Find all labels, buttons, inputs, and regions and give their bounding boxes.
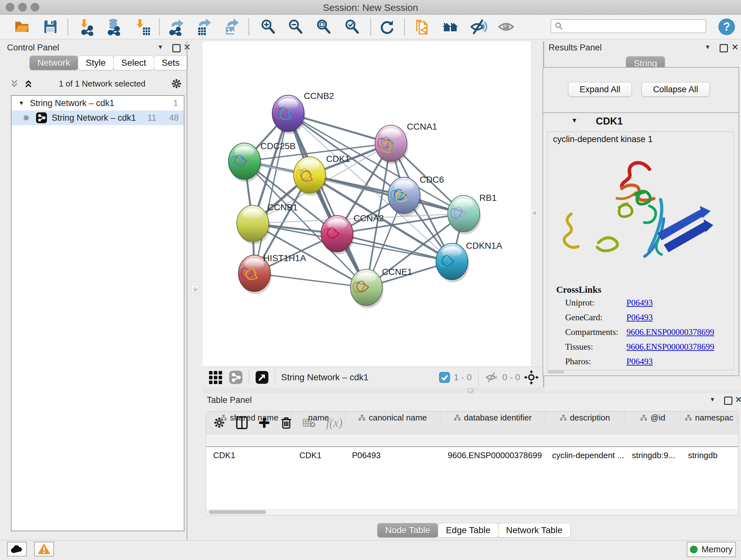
collapse-all-button[interactable]: Collapse All: [642, 82, 710, 97]
network-edge[interactable]: [254, 113, 288, 273]
network-collection-row[interactable]: ▼ String Network – cdk1 1: [11, 96, 184, 111]
tab-sets[interactable]: Sets: [154, 56, 188, 70]
zoom-out-button[interactable]: [286, 17, 305, 37]
share-document-button[interactable]: [413, 17, 431, 37]
network-node-ccnb2[interactable]: [272, 95, 306, 134]
selected-counts: 1 - 0: [454, 372, 472, 382]
zoom-in-button[interactable]: [259, 17, 277, 37]
table-cell[interactable]: P06493: [345, 449, 441, 462]
crosslink-uniprot-link[interactable]: P06493: [626, 298, 653, 308]
network-node-ccnb1[interactable]: [237, 205, 270, 244]
crosslink-tissues-link[interactable]: 9606.ENSP00000378699: [626, 342, 714, 352]
toolbar-search[interactable]: [550, 19, 706, 33]
hidden-counts: 0 - 0: [502, 372, 520, 382]
table-hscroll-thumb[interactable]: [209, 510, 266, 514]
control-panel: Control Panel ▾ ✕ Network Style Select S…: [3, 42, 187, 538]
zoom-selected-button[interactable]: [343, 17, 361, 37]
detach-view-icon[interactable]: [255, 370, 269, 384]
toolbar-divider: [370, 18, 371, 35]
save-session-button[interactable]: [41, 17, 60, 37]
tab-node-table[interactable]: Node Table: [377, 523, 438, 538]
network-name: String Network – cdk1: [52, 113, 136, 123]
tree-expand-icon[interactable]: ▼: [18, 100, 24, 107]
tab-style[interactable]: Style: [78, 56, 114, 70]
table-panel-title: Table Panel: [207, 395, 252, 405]
import-table-button[interactable]: [133, 17, 151, 37]
tab-network-table[interactable]: Network Table: [498, 523, 570, 538]
gene-collapse-icon[interactable]: ▼: [571, 117, 578, 124]
import-network-from-database-button[interactable]: [104, 17, 123, 37]
collapse-all-icon[interactable]: [10, 79, 19, 88]
results-panel-float-icon[interactable]: [720, 44, 728, 52]
import-network-button[interactable]: [77, 17, 96, 37]
column-header-canonical-name[interactable]: canonical name: [345, 412, 441, 424]
network-node-ccne1[interactable]: [350, 269, 384, 308]
search-input[interactable]: [566, 21, 705, 32]
results-panel-close-icon[interactable]: ✕: [731, 42, 739, 52]
gear-icon[interactable]: [171, 78, 182, 89]
horizontal-splitter-handle[interactable]: [468, 388, 474, 393]
expand-all-button[interactable]: Expand All: [568, 82, 632, 97]
zoom-fit-button[interactable]: [314, 17, 333, 37]
network-canvas[interactable]: CCNB2CCNA1CDC25BCDK1CDC6RB1CCNB1CCNA2CDK…: [203, 42, 531, 367]
export-image-button[interactable]: [222, 17, 240, 37]
right-splitter-handle[interactable]: [531, 209, 538, 216]
crosshair-icon[interactable]: [524, 370, 539, 385]
column-header-shared-name[interactable]: shared name: [206, 412, 292, 424]
network-row-selected[interactable]: String Network – cdk1 11 48: [11, 111, 184, 125]
crosslink-genecard-link[interactable]: P06493: [626, 313, 653, 322]
crosslink-pharos-link[interactable]: P06493: [626, 357, 653, 367]
warnings-button[interactable]: [34, 542, 54, 557]
network-node-ccna2[interactable]: [321, 215, 354, 254]
home-button[interactable]: [441, 17, 460, 37]
results-panel-collapse-icon[interactable]: ▾: [706, 43, 710, 51]
table-panel-close-icon[interactable]: ✕: [735, 395, 741, 405]
crosslink-compartments-link[interactable]: 9606.ENSP00000378699: [626, 327, 714, 337]
table-body: CDK1CDK1P064939606.ENSP00000378699cyclin…: [206, 449, 738, 509]
show-all-eye-button[interactable]: [497, 17, 515, 37]
control-panel-float-icon[interactable]: [172, 44, 181, 52]
table-cell[interactable]: stringdb:9...: [625, 449, 681, 462]
table-panel-collapse-icon[interactable]: ▾: [711, 395, 714, 403]
results-hscroll-thumb[interactable]: [548, 370, 564, 374]
tab-edge-table[interactable]: Edge Table: [438, 523, 498, 538]
table-cell[interactable]: cyclin-dependent ...: [545, 449, 625, 462]
column-header-name[interactable]: name: [292, 412, 345, 424]
control-panel-collapse-icon[interactable]: ▾: [158, 43, 162, 51]
help-button[interactable]: ?: [718, 18, 735, 35]
network-node-ccna1[interactable]: [375, 125, 408, 164]
hide-selection-icon-button[interactable]: [469, 17, 488, 37]
cloud-button[interactable]: [7, 542, 27, 557]
network-node-cdk1[interactable]: [293, 157, 327, 196]
column-header-description[interactable]: description: [545, 412, 625, 424]
memory-button[interactable]: Memory: [687, 542, 736, 557]
expand-all-icon[interactable]: [23, 79, 33, 88]
network-node-cdkn1a[interactable]: [436, 243, 469, 282]
node-label: CCNE1: [382, 267, 412, 277]
network-node-cdc6[interactable]: [388, 177, 421, 216]
table-cell[interactable]: 9606.ENSP00000378699: [441, 449, 545, 462]
left-splitter-handle[interactable]: [192, 286, 199, 293]
refresh-button[interactable]: [378, 17, 396, 37]
tab-network[interactable]: Network: [29, 56, 78, 70]
table-cell[interactable]: stringdb: [681, 449, 738, 462]
table-panel-float-icon[interactable]: [724, 396, 732, 405]
column-header--id[interactable]: @id: [625, 412, 681, 424]
column-header-database-identifier[interactable]: database identifier: [441, 412, 545, 424]
table-cell[interactable]: CDK1: [206, 449, 292, 462]
node-label: RB1: [479, 193, 496, 203]
network-status-dot: [23, 115, 29, 120]
network-node-rb1[interactable]: [448, 195, 481, 234]
selected-checkbox-icon[interactable]: [439, 372, 450, 383]
column-type-icon: [685, 415, 692, 421]
grid-view-icon[interactable]: [208, 370, 224, 385]
network-view-icon[interactable]: [229, 370, 243, 384]
open-session-button[interactable]: [12, 17, 31, 37]
export-network-button[interactable]: [166, 17, 185, 37]
table-hscrollbar[interactable]: [206, 509, 738, 515]
export-table-button[interactable]: [194, 17, 212, 37]
table-cell[interactable]: CDK1: [292, 449, 345, 462]
hidden-eye-icon[interactable]: [485, 372, 498, 383]
tab-select[interactable]: Select: [113, 56, 154, 70]
column-header-namespac[interactable]: namespac: [681, 412, 738, 424]
